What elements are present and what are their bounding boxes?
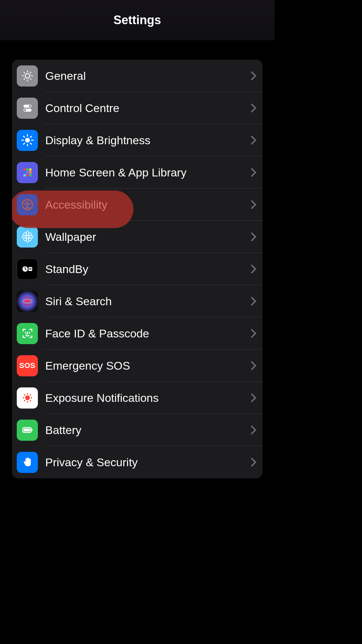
row-label: Privacy & Security	[45, 456, 251, 469]
svg-line-10	[23, 136, 25, 138]
gear-icon	[17, 65, 38, 87]
svg-point-45	[23, 397, 24, 398]
chevron-right-icon	[251, 168, 256, 177]
svg-line-12	[23, 143, 25, 145]
flower-icon	[17, 226, 38, 248]
hand-icon	[17, 452, 38, 473]
row-wallpaper[interactable]: Wallpaper	[12, 221, 262, 253]
svg-rect-22	[29, 174, 32, 176]
row-label: Display & Brightness	[45, 134, 251, 147]
svg-rect-15	[26, 168, 28, 171]
chevron-right-icon	[251, 104, 256, 112]
svg-rect-36	[29, 268, 32, 269]
chevron-right-icon	[251, 71, 256, 80]
svg-point-43	[27, 393, 28, 394]
row-label: StandBy	[45, 263, 251, 276]
chevron-right-icon	[251, 297, 256, 306]
svg-rect-14	[23, 168, 26, 171]
settings-content: General Control Centre Display & B	[0, 40, 275, 478]
svg-point-50	[24, 400, 25, 401]
svg-rect-20	[23, 174, 26, 176]
row-label: Exposure Notifications	[45, 391, 251, 405]
settings-group: General Control Centre Display & B	[12, 60, 262, 478]
svg-point-49	[29, 394, 31, 396]
chevron-right-icon	[251, 200, 256, 209]
row-general[interactable]: General	[12, 60, 262, 92]
chevron-right-icon	[251, 232, 256, 241]
sos-icon: SOS	[17, 355, 38, 376]
accessibility-icon	[17, 194, 38, 215]
header-bar: Settings	[0, 0, 275, 40]
svg-point-5	[25, 138, 30, 143]
svg-line-13	[30, 136, 32, 138]
svg-point-24	[26, 201, 28, 203]
page-title: Settings	[113, 13, 161, 27]
row-label: Siri & Search	[45, 295, 251, 308]
row-label: Home Screen & App Library	[45, 166, 251, 179]
svg-rect-37	[29, 269, 32, 270]
row-emergency-sos[interactable]: SOS Emergency SOS	[12, 350, 262, 382]
sun-icon	[17, 130, 38, 151]
row-label: General	[45, 69, 251, 83]
chevron-right-icon	[251, 426, 256, 434]
row-accessibility[interactable]: Accessibility	[12, 189, 262, 221]
row-faceid-passcode[interactable]: Face ID & Passcode	[12, 317, 262, 350]
chevron-right-icon	[251, 265, 256, 273]
row-label: Face ID & Passcode	[45, 327, 251, 340]
svg-rect-18	[26, 171, 28, 174]
svg-point-2	[29, 105, 31, 107]
row-control-centre[interactable]: Control Centre	[12, 92, 262, 124]
row-home-screen[interactable]: Home Screen & App Library	[12, 156, 262, 189]
row-exposure-notifications[interactable]: Exposure Notifications	[12, 382, 262, 414]
row-privacy-security[interactable]: Privacy & Security	[12, 446, 262, 478]
battery-icon	[17, 420, 38, 441]
row-label: Accessibility	[45, 198, 251, 211]
chevron-right-icon	[251, 458, 256, 467]
clock-widget-icon	[17, 259, 38, 280]
exposure-icon	[17, 387, 38, 409]
row-label: Emergency SOS	[45, 359, 251, 372]
svg-point-0	[25, 73, 30, 78]
svg-point-25	[26, 235, 29, 238]
chevron-right-icon	[251, 393, 256, 402]
svg-point-47	[24, 394, 25, 396]
row-display-brightness[interactable]: Display & Brightness	[12, 124, 262, 156]
svg-rect-17	[23, 171, 26, 174]
svg-point-42	[25, 395, 30, 400]
svg-point-46	[31, 397, 32, 398]
faceid-icon	[17, 323, 38, 344]
toggles-icon	[17, 98, 38, 119]
svg-line-11	[30, 143, 32, 145]
svg-rect-52	[24, 429, 30, 431]
svg-rect-21	[26, 174, 28, 176]
row-battery[interactable]: Battery	[12, 414, 262, 446]
row-label: Battery	[45, 424, 251, 437]
row-siri-search[interactable]: Siri & Search	[12, 285, 262, 317]
svg-rect-53	[32, 429, 33, 431]
svg-rect-19	[29, 171, 32, 174]
row-label: Control Centre	[45, 102, 251, 115]
svg-rect-16	[29, 168, 32, 171]
chevron-right-icon	[251, 329, 256, 338]
siri-icon	[17, 291, 38, 312]
svg-point-48	[29, 400, 31, 401]
row-label: Wallpaper	[45, 230, 251, 244]
chevron-right-icon	[251, 361, 256, 370]
svg-point-39	[24, 300, 31, 303]
chevron-right-icon	[251, 136, 256, 145]
app-grid-icon	[17, 162, 38, 183]
svg-point-4	[24, 109, 26, 111]
row-standby[interactable]: StandBy	[12, 253, 262, 285]
svg-point-44	[27, 401, 28, 402]
